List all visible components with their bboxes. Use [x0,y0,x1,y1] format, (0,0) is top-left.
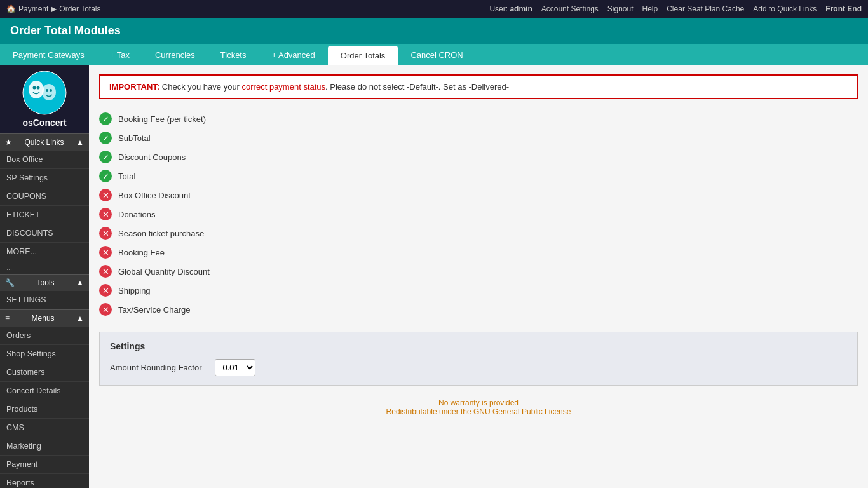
settings-row-rounding: Amount Rounding Factor 0.01 0.05 0.10 0.… [110,359,847,376]
sidebar-item-customers[interactable]: Customers [0,363,89,382]
top-nav-items: User: admin Account Settings Signout Hel… [489,4,862,13]
status-icon-global-quantity-discount[interactable]: ✕ [99,265,112,278]
status-icon-total[interactable]: ✓ [99,170,112,182]
module-label-subtotal: SubTotal [118,133,151,143]
status-icon-donations[interactable]: ✕ [99,208,112,220]
sidebar-item-eticket[interactable]: ETICKET [0,206,89,224]
module-item-shipping: ✕ Shipping [99,281,858,300]
amount-rounding-label: Amount Rounding Factor [110,363,202,372]
sidebar-item-concert-details[interactable]: Concert Details [0,382,89,400]
tab-order-totals[interactable]: Order Totals [328,46,398,65]
content-area: IMPORTANT: Check you have your correct p… [89,65,868,488]
module-label-booking-fee-per-ticket: Booking Fee (per ticket) [118,114,206,124]
sidebar: osConcert ★ Quick Links ▲ Box Office SP … [0,65,89,488]
menus-collapse-icon: ▲ [76,314,84,323]
module-list: ✓ Booking Fee (per ticket) ✓ SubTotal ✓ … [99,109,858,319]
tab-payment-gateways[interactable]: Payment Gateways [0,45,97,65]
module-label-global-quantity-discount: Global Quantity Discount [118,267,210,276]
status-icon-discount-coupons[interactable]: ✓ [99,151,112,163]
user-label: User: admin [489,4,532,13]
module-item-global-quantity-discount: ✕ Global Quantity Discount [99,262,858,281]
status-icon-booking-fee-per-ticket[interactable]: ✓ [99,112,112,125]
tab-cancel-cron[interactable]: Cancel CRON [398,45,475,65]
status-icon-booking-fee[interactable]: ✕ [99,246,112,259]
sidebar-item-sp-settings[interactable]: SP Settings [0,169,89,187]
sidebar-item-coupons[interactable]: COUPONS [0,187,89,206]
sidebar-section-tools[interactable]: 🔧 Tools ▲ [0,274,89,291]
sidebar-item-more[interactable]: MORE... [0,243,89,261]
sidebar-logo: osConcert [0,65,89,133]
sidebar-item-box-office[interactable]: Box Office [0,151,89,169]
module-item-donations: ✕ Donations [99,205,858,224]
notice-box: IMPORTANT: Check you have your correct p… [99,74,858,99]
sidebar-item-discounts[interactable]: DISCOUNTS [0,224,89,243]
status-icon-season-ticket[interactable]: ✕ [99,227,112,240]
sub-nav: Payment Gateways + Tax Currencies Ticket… [0,44,868,65]
module-label-season-ticket: Season ticket purchase [118,229,204,238]
sidebar-item-reports[interactable]: Reports [0,474,89,488]
module-item-total: ✓ Total [99,166,858,186]
help-link[interactable]: Help [642,4,658,13]
module-label-booking-fee: Booking Fee [118,248,165,257]
module-item-booking-fee-per-ticket: ✓ Booking Fee (per ticket) [99,109,858,128]
svg-point-6 [50,89,52,92]
add-to-quick-links[interactable]: Add to Quick Links [753,4,817,13]
breadcrumb-order-totals: Order Totals [59,4,100,13]
settings-section: Settings Amount Rounding Factor 0.01 0.0… [99,332,858,386]
menus-icon: ≡ [5,314,10,323]
module-item-discount-coupons: ✓ Discount Coupons [99,147,858,166]
module-label-tax-service-charge: Tax/Service Charge [118,305,190,315]
front-end-link[interactable]: Front End [825,4,862,13]
notice-important-label: IMPORTANT: [109,82,159,92]
top-nav: 🏠 Payment ▶ Order Totals User: admin Acc… [0,0,868,18]
sidebar-section-quick-links[interactable]: ★ Quick Links ▲ [0,133,89,151]
page-header: Order Total Modules [0,18,868,44]
module-label-discount-coupons: Discount Coupons [118,152,186,162]
notice-highlight: correct payment status [242,82,326,92]
logo-icon [22,71,67,115]
svg-point-1 [29,81,44,98]
tools-label: Tools [37,278,55,287]
svg-point-4 [37,86,40,90]
module-label-total: Total [118,172,135,181]
clear-seat-plan-link[interactable]: Clear Seat Plan Cache [667,4,744,13]
signout-link[interactable]: Signout [607,4,634,13]
svg-point-5 [46,89,48,92]
footer-warranty: No warranty is provided [112,398,845,407]
sidebar-item-products[interactable]: Products [0,400,89,419]
status-icon-shipping[interactable]: ✕ [99,284,112,297]
logo-text: osConcert [22,118,66,128]
status-icon-subtotal[interactable]: ✓ [99,132,112,144]
account-settings-link[interactable]: Account Settings [541,4,599,13]
sidebar-item-cms[interactable]: CMS [0,419,89,437]
sidebar-item-shop-settings[interactable]: Shop Settings [0,345,89,363]
breadcrumb-separator: ▶ [51,4,57,13]
module-item-tax-service-charge: ✕ Tax/Service Charge [99,300,858,319]
quick-links-icon: ★ [5,138,12,147]
status-icon-box-office-discount[interactable]: ✕ [99,189,112,201]
module-item-box-office-discount: ✕ Box Office Discount [99,186,858,205]
tab-advanced[interactable]: + Advanced [259,45,327,65]
sidebar-item-marketing[interactable]: Marketing [0,437,89,456]
tab-tax[interactable]: + Tax [97,45,142,65]
breadcrumb-payment[interactable]: Payment [18,4,48,13]
settings-title: Settings [110,341,847,351]
module-label-donations: Donations [118,210,156,219]
tab-currencies[interactable]: Currencies [142,45,208,65]
amount-rounding-select[interactable]: 0.01 0.05 0.10 0.50 1.00 [215,359,255,376]
sidebar-item-orders[interactable]: Orders [0,327,89,345]
sidebar-item-payment[interactable]: Payment [0,456,89,474]
quick-links-collapse-icon: ▲ [76,138,84,147]
menus-label: Menus [32,314,55,323]
status-icon-tax-service-charge[interactable]: ✕ [99,303,112,316]
quick-links-label: Quick Links [25,138,64,147]
footer: No warranty is provided Redistributable … [99,386,858,429]
tab-tickets[interactable]: Tickets [208,45,259,65]
breadcrumb: 🏠 Payment ▶ Order Totals [6,4,101,13]
home-icon: 🏠 [6,4,16,13]
main-layout: osConcert ★ Quick Links ▲ Box Office SP … [0,65,868,488]
sidebar-item-settings[interactable]: SETTINGS [0,291,89,309]
sidebar-section-menus[interactable]: ≡ Menus ▲ [0,309,89,327]
footer-license: Redistributable under the GNU General Pu… [112,407,845,416]
notice-message: Check you have your correct payment stat… [162,82,509,92]
